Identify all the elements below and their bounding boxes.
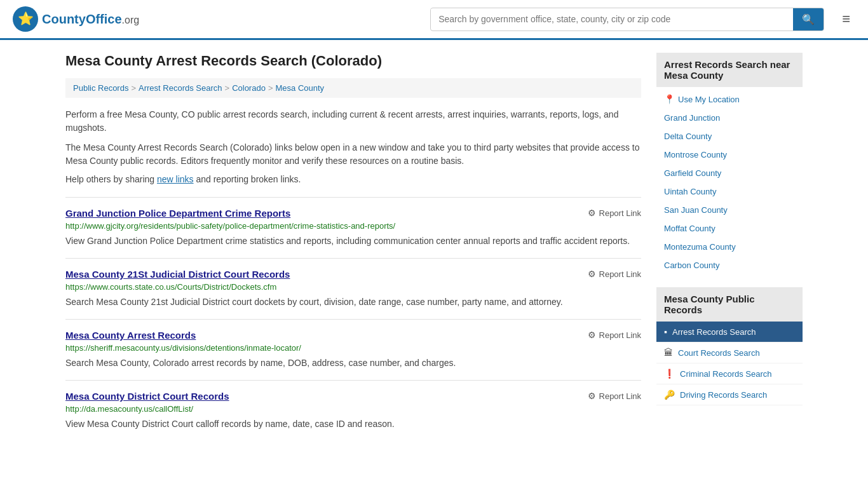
result-header-1: Mesa County 21St Judicial District Court… [65, 269, 641, 280]
nearby-item-2[interactable]: Delta County [656, 127, 803, 146]
result-item: Mesa County 21St Judicial District Court… [65, 258, 641, 319]
nearby-link-8[interactable]: Montezuma County [664, 242, 736, 252]
result-desc-3: View Mesa County District Court calloff … [65, 417, 641, 431]
breadcrumb-colorado[interactable]: Colorado [232, 83, 266, 93]
pub-rec-icon-2: ❗ [664, 369, 675, 379]
nearby-link-0[interactable]: Use My Location [678, 95, 740, 104]
pub-rec-item-0[interactable]: ▪Arrest Records Search [656, 322, 803, 342]
report-link-1[interactable]: ⚙ Report Link [588, 269, 641, 279]
nearby-link-7[interactable]: Moffat County [664, 224, 715, 233]
main-content: Mesa County Arrest Records Search (Color… [65, 53, 641, 441]
sharing-text: Help others by sharing new links and rep… [65, 174, 641, 184]
nearby-section: Arrest Records Search near Mesa County 📍… [656, 53, 803, 274]
breadcrumb-mesa-county[interactable]: Mesa County [275, 83, 324, 93]
nearby-link-5[interactable]: Uintah County [664, 187, 716, 196]
report-label-3: Report Link [599, 391, 641, 401]
pub-rec-item-1[interactable]: 🏛Court Records Search [656, 342, 803, 363]
report-icon-0: ⚙ [588, 208, 596, 218]
search-icon: 🔍 [802, 14, 815, 25]
nearby-item-8[interactable]: Montezuma County [656, 238, 803, 256]
location-icon: 📍 [664, 94, 675, 104]
breadcrumb-sep-3: > [268, 83, 273, 93]
nearby-item-9[interactable]: Carbon County [656, 256, 803, 274]
result-url-2[interactable]: https://sheriff.mesacounty.us/divisions/… [65, 343, 641, 353]
result-url-1[interactable]: https://www.courts.state.co.us/Courts/Di… [65, 282, 641, 292]
result-item: Mesa County District Court Records ⚙ Rep… [65, 380, 641, 441]
result-desc-0: View Grand Junction Police Department cr… [65, 234, 641, 248]
report-link-3[interactable]: ⚙ Report Link [588, 391, 641, 401]
result-header-0: Grand Junction Police Department Crime R… [65, 208, 641, 219]
report-icon-1: ⚙ [588, 269, 596, 279]
pub-rec-item-2[interactable]: ❗Criminal Records Search [656, 363, 803, 384]
report-icon-3: ⚙ [588, 391, 596, 401]
menu-icon[interactable]: ≡ [837, 8, 855, 30]
result-title-3[interactable]: Mesa County District Court Records [65, 391, 229, 402]
pub-rec-link-3[interactable]: Driving Records Search [680, 390, 767, 400]
pub-rec-link-1[interactable]: Court Records Search [678, 348, 760, 358]
result-item: Mesa County Arrest Records ⚙ Report Link… [65, 319, 641, 380]
result-url-0[interactable]: http://www.gjcity.org/residents/public-s… [65, 221, 641, 231]
result-header-2: Mesa County Arrest Records ⚙ Report Link [65, 330, 641, 341]
nearby-link-9[interactable]: Carbon County [664, 261, 719, 270]
report-icon-2: ⚙ [588, 330, 596, 340]
results-container: Grand Junction Police Department Crime R… [65, 197, 641, 441]
public-records-section: Mesa County Public Records ▪Arrest Recor… [656, 287, 803, 405]
description-1: Perform a free Mesa County, CO public ar… [65, 108, 641, 135]
search-bar: 🔍 [430, 8, 824, 31]
logo-icon: ⭐ [13, 6, 38, 32]
header: ⭐ CountyOffice.org 🔍 ≡ [0, 0, 868, 40]
result-header-3: Mesa County District Court Records ⚙ Rep… [65, 391, 641, 402]
nearby-item-1[interactable]: Grand Junction [656, 109, 803, 127]
logo-text: CountyOffice.org [42, 12, 139, 27]
nearby-link-2[interactable]: Delta County [664, 132, 712, 141]
sidebar: Arrest Records Search near Mesa County 📍… [656, 53, 803, 441]
report-label-2: Report Link [599, 330, 641, 340]
search-input[interactable] [431, 9, 793, 29]
breadcrumb-arrest-records[interactable]: Arrest Records Search [139, 83, 222, 93]
result-url-3[interactable]: http://da.mesacounty.us/callOffList/ [65, 404, 641, 414]
result-item: Grand Junction Police Department Crime R… [65, 197, 641, 258]
pub-rec-icon-1: 🏛 [664, 348, 673, 358]
result-desc-1: Search Mesa County 21st Judicial Distric… [65, 295, 641, 309]
result-title-2[interactable]: Mesa County Arrest Records [65, 330, 196, 341]
svg-text:⭐: ⭐ [18, 11, 34, 26]
pub-rec-icon-3: 🔑 [664, 390, 675, 400]
report-label-1: Report Link [599, 269, 641, 279]
result-desc-2: Search Mesa County, Colorado arrest reco… [65, 356, 641, 370]
page-container: Mesa County Arrest Records Search (Color… [53, 40, 815, 454]
description-2: The Mesa County Arrest Records Search (C… [65, 141, 641, 168]
nearby-item-7[interactable]: Moffat County [656, 219, 803, 238]
nearby-item-3[interactable]: Montrose County [656, 146, 803, 164]
new-links[interactable]: new links [157, 174, 194, 184]
nearby-item-5[interactable]: Uintah County [656, 182, 803, 201]
nearby-link-1[interactable]: Grand Junction [664, 113, 720, 123]
page-title: Mesa County Arrest Records Search (Color… [65, 53, 641, 69]
nearby-item-6[interactable]: San Juan County [656, 201, 803, 219]
pub-rec-label-0: Arrest Records Search [672, 327, 756, 337]
pub-rec-link-2[interactable]: Criminal Records Search [680, 369, 772, 379]
nearby-section-title: Arrest Records Search near Mesa County [656, 53, 803, 87]
result-title-0[interactable]: Grand Junction Police Department Crime R… [65, 208, 290, 219]
pub-rec-item-3[interactable]: 🔑Driving Records Search [656, 384, 803, 405]
search-button[interactable]: 🔍 [793, 8, 824, 30]
report-link-0[interactable]: ⚙ Report Link [588, 208, 641, 218]
breadcrumb-public-records[interactable]: Public Records [73, 83, 128, 93]
nearby-link-4[interactable]: Garfield County [664, 168, 721, 178]
nearby-link-6[interactable]: San Juan County [664, 205, 728, 215]
pub-rec-icon-0: ▪ [664, 327, 667, 337]
report-link-2[interactable]: ⚙ Report Link [588, 330, 641, 340]
breadcrumb-sep-1: > [131, 83, 136, 93]
nearby-item-0[interactable]: 📍Use My Location [656, 90, 803, 109]
result-title-1[interactable]: Mesa County 21St Judicial District Court… [65, 269, 290, 280]
logo[interactable]: ⭐ CountyOffice.org [13, 6, 139, 32]
report-label-0: Report Link [599, 208, 641, 218]
breadcrumb-sep-2: > [225, 83, 230, 93]
public-records-title: Mesa County Public Records [656, 287, 803, 322]
nearby-link-3[interactable]: Montrose County [664, 150, 727, 159]
breadcrumb: Public Records > Arrest Records Search >… [65, 78, 641, 98]
nearby-item-4[interactable]: Garfield County [656, 164, 803, 182]
public-records-items: ▪Arrest Records Search🏛Court Records Sea… [656, 322, 803, 405]
nearby-items: 📍Use My LocationGrand JunctionDelta Coun… [656, 90, 803, 274]
